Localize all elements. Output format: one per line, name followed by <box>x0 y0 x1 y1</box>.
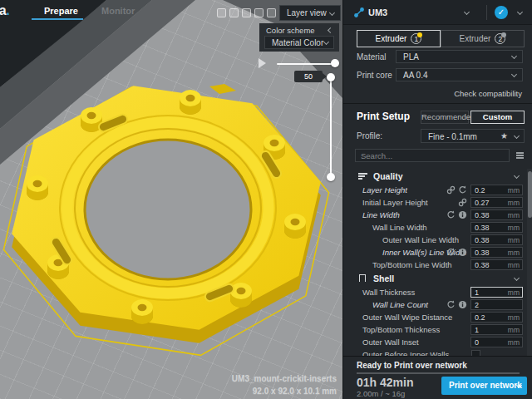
color-scheme-select[interactable]: Material Color <box>264 36 334 49</box>
setting-value-input[interactable]: 1mm <box>470 287 523 298</box>
chevron-down-icon <box>514 173 520 179</box>
model-slots <box>50 113 283 303</box>
extruder-1-tab[interactable]: Extruder 1 <box>357 30 441 47</box>
setting-label: Outer Wall Wipe Distance <box>362 313 452 322</box>
model-3d[interactable] <box>0 0 342 399</box>
material-select[interactable]: PLA <box>396 50 523 63</box>
path-slider-track[interactable] <box>277 63 335 65</box>
setting-value-input[interactable]: 0.2mm <box>470 185 523 195</box>
unit-label: mm <box>508 224 520 232</box>
status-chevron-icon[interactable] <box>517 9 523 15</box>
setting-label: Wall Line Count <box>372 300 428 309</box>
setting-row: Inner Wall(s) Line Width0.38mm <box>343 246 532 259</box>
section-header-shell[interactable]: Shell <box>343 271 532 286</box>
unit-label: mm <box>508 199 520 207</box>
unit-label: mm <box>508 211 520 219</box>
view-front-icon[interactable] <box>229 8 239 17</box>
buildplate-decor <box>0 0 342 399</box>
setting-value-input[interactable]: 0mm <box>470 337 523 347</box>
setting-label: Initial Layer Height <box>362 198 428 207</box>
mode-custom-button[interactable]: Custom <box>470 111 525 124</box>
setting-value-input[interactable]: 0.38mm <box>470 259 523 270</box>
print-core-select[interactable]: AA 0.4 <box>396 68 523 81</box>
setting-row: Outer Wall Line Width0.38mm <box>343 234 532 246</box>
setting-row: Layer Height0.2mm <box>343 184 532 196</box>
setting-value-input[interactable]: 1mm <box>470 324 523 335</box>
setting-value-input[interactable]: 0.38mm <box>470 234 523 245</box>
print-core-label: Print core <box>357 71 392 80</box>
setting-value-input[interactable]: 0.38mm <box>470 247 523 258</box>
view-top-icon[interactable] <box>242 8 251 17</box>
unit-label: mm <box>508 186 520 195</box>
mode-recommended-button[interactable]: Recommended <box>421 111 469 124</box>
view-left-icon[interactable] <box>254 8 264 17</box>
chevron-down-icon <box>511 71 517 77</box>
viewport-3d[interactable]: ra. Prepare Monitor Layer view Color sch… <box>0 0 342 399</box>
print-time: 01h 42min <box>357 376 413 389</box>
layer-slider-top-handle[interactable] <box>327 73 335 81</box>
model-side <box>12 99 321 342</box>
logo-dot: . <box>6 3 9 17</box>
camera-view-toolbar <box>217 8 276 17</box>
setting-row: Initial Layer Height0.27mm <box>343 196 532 209</box>
collapse-panel-icon[interactable] <box>328 27 333 33</box>
star-icon[interactable]: ★ <box>500 131 508 140</box>
footer-divider <box>357 372 520 374</box>
view-3d-icon[interactable] <box>217 8 226 17</box>
model-info: UM3_mount-crickit-inserts 92.0 x 92.0 x … <box>232 372 337 397</box>
check-compatibility-link[interactable]: Check compatibility <box>454 89 522 98</box>
model-top-face <box>12 86 321 329</box>
tab-monitor[interactable]: Monitor <box>101 6 135 16</box>
unit-label: mm <box>508 249 520 257</box>
setting-value-input[interactable]: 0.38mm <box>470 222 523 233</box>
filter-menu-icon[interactable] <box>516 152 524 160</box>
panel-footer: Ready to Print over network 01h 42min 2.… <box>343 356 532 399</box>
ring-raised <box>67 122 268 293</box>
link-icon <box>458 198 467 207</box>
layer-slider-bottom-handle[interactable] <box>327 173 335 181</box>
setting-checkbox[interactable] <box>471 350 480 357</box>
view-mode-select[interactable]: Layer view <box>279 5 341 21</box>
layer-slider-track[interactable] <box>330 76 332 177</box>
setting-label: Outer Wall Line Width <box>382 235 459 244</box>
setting-value-input[interactable]: 2 <box>470 299 523 310</box>
setting-value-input[interactable]: 0.38mm <box>470 209 523 220</box>
setting-row: Outer Wall Inset0mm <box>343 336 532 348</box>
extruder-2-tab[interactable]: Extruder 2 <box>441 30 525 47</box>
unit-label: mm <box>508 313 520 322</box>
chevron-down-icon <box>514 133 520 139</box>
setting-row: Outer Wall Wipe Distance0.2mm <box>343 311 532 323</box>
path-slider-handle[interactable] <box>331 59 339 67</box>
section-header-quality[interactable]: Quality <box>343 169 532 184</box>
profile-select[interactable]: Fine - 0.1mm ★ <box>421 129 525 143</box>
print-over-network-button[interactable]: Print over network <box>441 377 527 395</box>
model-name: UM3_mount-crickit-inserts <box>232 372 337 385</box>
tab-prepare[interactable]: Prepare <box>44 6 78 16</box>
color-scheme-panel: Color scheme Material Color <box>259 23 339 52</box>
printer-select-chevron-icon[interactable] <box>464 9 470 15</box>
layer-number-badge: 50 <box>294 71 323 82</box>
view-right-icon[interactable] <box>267 8 276 17</box>
scrollbar-thumb[interactable] <box>528 171 532 218</box>
settings-scrollbar[interactable] <box>527 169 532 356</box>
play-simulation-button[interactable] <box>259 58 266 68</box>
setting-label: Wall Thickness <box>362 288 415 297</box>
setting-row: Top/Bottom Thickness1mm <box>343 323 532 336</box>
tab-active-underline <box>32 18 83 20</box>
model-dimensions: 92.0 x 92.0 x 10.1 mm <box>232 385 337 397</box>
ring-outer-rim <box>60 116 276 300</box>
setting-value-input[interactable]: 0.27mm <box>470 197 523 208</box>
unit-label: mm <box>508 236 520 244</box>
color-scheme-label: Color scheme <box>266 26 315 35</box>
setting-row: Wall Thickness1mm <box>343 286 532 298</box>
unit-label: mm <box>508 338 520 347</box>
profile-label: Profile: <box>357 131 382 140</box>
setting-label: Outer Wall Inset <box>362 337 419 347</box>
link-icon <box>446 185 456 195</box>
revert-icon <box>446 300 456 309</box>
cura-logo: ra. <box>0 3 9 18</box>
search-input[interactable] <box>355 149 510 162</box>
setting-value-input[interactable]: 0.2mm <box>470 312 523 323</box>
header-divider <box>486 5 487 20</box>
settings-list: QualityLayer Height0.2mmInitial Layer He… <box>343 169 532 356</box>
